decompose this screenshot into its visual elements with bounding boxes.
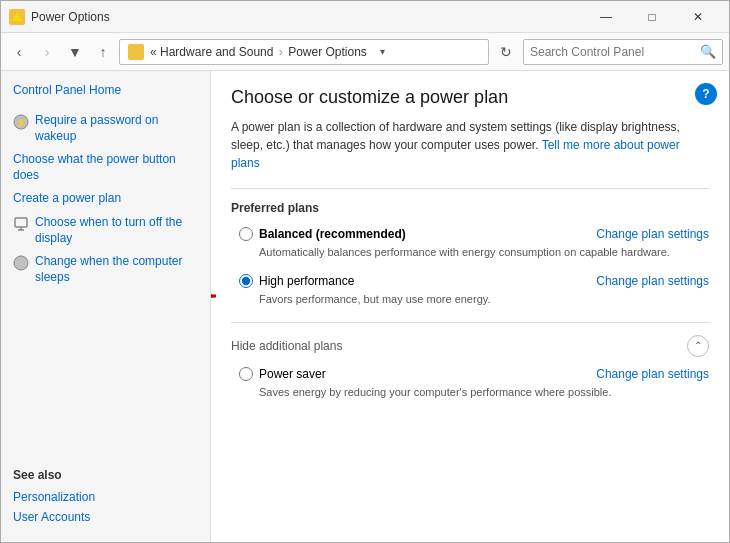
sidebar-item-display[interactable]: Choose when to turn off the display (13, 215, 198, 246)
svg-text:⚡: ⚡ (15, 116, 28, 129)
close-button[interactable]: ✕ (675, 1, 721, 33)
sidebar-item-sleep[interactable]: Change when the computer sleeps (13, 254, 198, 285)
plan-name-high-performance: High performance (259, 274, 354, 288)
breadcrumb-separator: « (150, 45, 157, 59)
monitor-icon (13, 216, 29, 232)
divider-1 (231, 188, 709, 189)
breadcrumb-current: Power Options (288, 45, 367, 59)
sidebar-item-power-button[interactable]: Choose what the power button does (13, 152, 198, 183)
sidebar-item-password[interactable]: ⚡ Require a password on wakeup (13, 113, 198, 144)
hide-plans-label: Hide additional plans (231, 339, 342, 353)
see-also-label: See also (13, 468, 198, 482)
personalization-link[interactable]: Personalization (13, 490, 198, 504)
plan-desc-power-saver: Saves energy by reducing your computer's… (239, 385, 709, 400)
search-icon: 🔍 (700, 44, 716, 59)
minimize-button[interactable]: — (583, 1, 629, 33)
forward-button[interactable]: › (35, 40, 59, 64)
plan-label-power-saver[interactable]: Power saver (239, 367, 326, 381)
plan-item-balanced: Balanced (recommended) Change plan setti… (231, 227, 709, 260)
sleep-icon (13, 255, 29, 271)
plan-item-high-performance: High performance Change plan settings Fa… (231, 274, 709, 307)
address-field: « Hardware and Sound › Power Options ▾ (119, 39, 489, 65)
plan-row-balanced: Balanced (recommended) Change plan setti… (239, 227, 709, 241)
plan-desc-balanced: Automatically balances performance with … (239, 245, 709, 260)
search-input[interactable] (530, 45, 696, 59)
breadcrumb: « Hardware and Sound › Power Options (150, 45, 367, 59)
content-area: ? Choose or customize a power plan A pow… (211, 71, 729, 542)
plan-row-power-saver: Power saver Change plan settings (239, 367, 709, 381)
breadcrumb-hardware[interactable]: Hardware and Sound (160, 45, 277, 59)
plan-name-balanced: Balanced (recommended) (259, 227, 406, 241)
sidebar: Control Panel Home ⚡ Require a password … (1, 71, 211, 542)
sidebar-item-label-create-plan: Create a power plan (13, 191, 121, 207)
svg-marker-0 (12, 12, 22, 21)
arrow-annotation (211, 276, 226, 319)
hide-plans-row: Hide additional plans ⌃ (231, 335, 709, 357)
title-bar: Power Options — □ ✕ (1, 1, 729, 33)
svg-point-6 (14, 256, 28, 270)
maximize-button[interactable]: □ (629, 1, 675, 33)
plan-label-balanced[interactable]: Balanced (recommended) (239, 227, 406, 241)
sidebar-item-label-sleep: Change when the computer sleeps (35, 254, 198, 285)
plan-desc-high-performance: Favors performance, but may use more ene… (239, 292, 709, 307)
plan-radio-power-saver[interactable] (239, 367, 253, 381)
sidebar-item-label-password: Require a password on wakeup (35, 113, 198, 144)
power-plug-icon: ⚡ (13, 114, 29, 130)
change-settings-balanced[interactable]: Change plan settings (596, 227, 709, 241)
sidebar-item-label-power-button: Choose what the power button does (13, 152, 198, 183)
divider-2 (231, 322, 709, 323)
user-accounts-link[interactable]: User Accounts (13, 510, 198, 524)
plan-radio-high-performance[interactable] (239, 274, 253, 288)
sidebar-section: See also Personalization User Accounts (13, 452, 198, 530)
sidebar-nav: ⚡ Require a password on wakeup Choose wh… (13, 113, 198, 452)
recent-pages-button[interactable]: ▼ (63, 40, 87, 64)
help-button[interactable]: ? (695, 83, 717, 105)
window-controls: — □ ✕ (583, 1, 721, 33)
sidebar-home-link[interactable]: Control Panel Home (13, 83, 198, 97)
main-window: Power Options — □ ✕ ‹ › ▼ ↑ « Hardware a… (0, 0, 730, 543)
address-bar: ‹ › ▼ ↑ « Hardware and Sound › Power Opt… (1, 33, 729, 71)
plan-radio-balanced[interactable] (239, 227, 253, 241)
up-button[interactable]: ↑ (91, 40, 115, 64)
plan-item-power-saver: Power saver Change plan settings Saves e… (231, 367, 709, 400)
preferred-plans-header: Preferred plans (231, 201, 709, 215)
change-settings-power-saver[interactable]: Change plan settings (596, 367, 709, 381)
sidebar-item-label-display: Choose when to turn off the display (35, 215, 198, 246)
plan-label-high-performance[interactable]: High performance (239, 274, 354, 288)
sidebar-item-create-plan[interactable]: Create a power plan (13, 191, 198, 207)
plan-name-power-saver: Power saver (259, 367, 326, 381)
folder-icon (128, 44, 144, 60)
main-content: Control Panel Home ⚡ Require a password … (1, 71, 729, 542)
refresh-button[interactable]: ↻ (493, 39, 519, 65)
page-title: Choose or customize a power plan (231, 87, 709, 108)
back-button[interactable]: ‹ (7, 40, 31, 64)
window-title: Power Options (31, 10, 583, 24)
page-description: A power plan is a collection of hardware… (231, 118, 709, 172)
svg-rect-3 (15, 218, 27, 227)
search-box: 🔍 (523, 39, 723, 65)
address-dropdown-button[interactable]: ▾ (373, 39, 393, 65)
window-icon (9, 9, 25, 25)
breadcrumb-arrow: › (279, 45, 283, 59)
plan-row-high-performance: High performance Change plan settings (239, 274, 709, 288)
change-settings-high-performance[interactable]: Change plan settings (596, 274, 709, 288)
collapse-button[interactable]: ⌃ (687, 335, 709, 357)
